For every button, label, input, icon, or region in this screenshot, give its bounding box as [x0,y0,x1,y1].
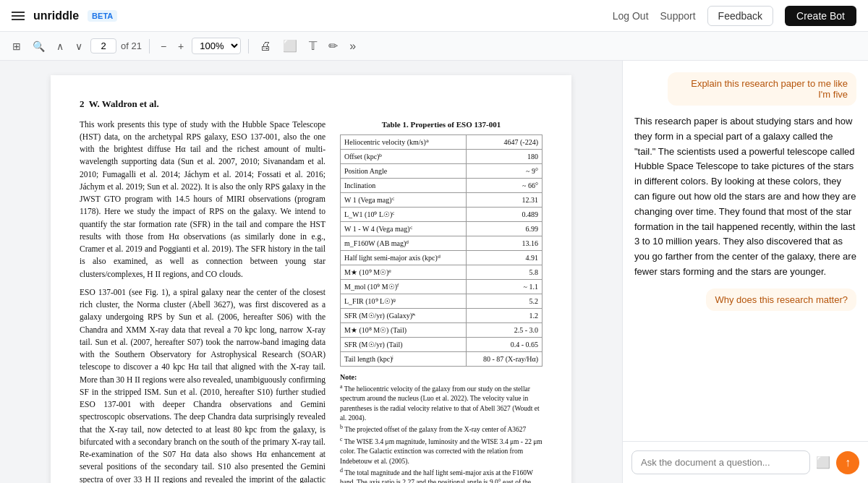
zoom-out-button[interactable]: − [157,38,170,54]
next-page-button[interactable]: ∨ [72,38,86,54]
pdf-panel: 2 W. Waldron et al. Table 1. Properties … [0,61,622,483]
table-row: M_mol (10⁹ M☉)ᶠ~ 1.1 [341,280,542,294]
zoom-in-button[interactable]: + [174,38,187,54]
table-row: SFR (M☉/yr) (Galaxy)ʰ1.2 [341,309,542,323]
zoom-select[interactable]: 50% 75% 100% 125% 150% 200% [192,38,241,54]
more-options-icon[interactable]: » [346,38,359,55]
text-select-icon[interactable]: 𝕋 [305,37,320,55]
properties-table-container: Table 1. Properties of ESO 137-001 Helio… [340,119,542,484]
table-row: Inclination~ 66° [341,179,542,193]
main-content: 2 W. Waldron et al. Table 1. Properties … [0,61,868,483]
table-row: Half light semi-major axis (kpc)ᵈ4.91 [341,251,542,265]
table-row: W 1 - W 4 (Vega mag)ᶜ6.99 [341,222,542,236]
chat-send-button[interactable]: ↑ [836,451,859,474]
table-row: L_FIR (10⁹ L☉)ᵍ5.2 [341,294,542,309]
support-link[interactable]: Support [660,10,696,22]
prev-page-button[interactable]: ∧ [53,38,67,54]
create-bot-button[interactable]: Create Bot [785,6,856,26]
chat-input[interactable] [631,450,810,474]
table-note-item: a The heliocentric velocity of the galax… [340,382,542,423]
pdf-page: 2 W. Waldron et al. Table 1. Properties … [51,75,571,483]
pdf-toolbar: ⊞ 🔍 ∧ ∨ 2 of 21 − + 50% 75% 100% 125% 15… [0,32,868,61]
table-row: L_W1 (10⁹ L☉)ᶜ0.489 [341,208,542,222]
table-row: Position Angle~ 9° [341,164,542,179]
toolbar-separator [149,39,150,54]
table-row: SFR (M☉/yr) (Tail)0.4 - 0.65 [341,338,542,352]
table-note-item: d The total magnitude and the half light… [340,466,542,483]
chat-message-2: Why does this research matter? [706,288,856,311]
page-number-input[interactable]: 2 [90,38,116,54]
chat-input-icons: ⬜ [816,456,830,469]
beta-badge: BETA [88,10,117,22]
nav-left: unriddle BETA [12,9,117,22]
table-note-item: c The WISE 3.4 μm magnitude, luminosity … [340,435,542,466]
table-row: W 1 (Vega mag)ᶜ12.31 [341,193,542,208]
chat-message-0: Explain this research paper to me like I… [668,72,856,106]
thumbnail-toggle-button[interactable]: ⊞ [9,38,25,54]
table-title: Table 1. Properties of ESO 137-001 [340,119,542,131]
search-button[interactable]: 🔍 [29,38,48,54]
chat-input-area: ⬜ ↑ [623,441,868,483]
hamburger-menu[interactable] [12,12,25,20]
download-icon[interactable]: ⬜ [279,37,301,55]
logo: unriddle [33,9,79,22]
expand-icon[interactable]: ⬜ [816,456,830,469]
table-row: Heliocentric velocity (km/s)ᵃ4647 (-224) [341,135,542,150]
table-row: M★ (10⁹ M☉)ᵉ5.8 [341,265,542,280]
toolbar-left: ⊞ 🔍 ∧ ∨ 2 of 21 − + 50% 75% 100% 125% 15… [9,37,359,55]
table-row: M★ (10⁸ M☉) (Tail)2.5 - 3.0 [341,323,542,338]
table-row: Offset (kpc)ᵇ180 [341,150,542,164]
print-icon[interactable]: 🖨 [256,38,275,55]
annotate-icon[interactable]: ✏ [325,37,341,55]
table-row: m_F160W (AB mag)ᵈ13.16 [341,236,542,251]
table-note-item: b The projected offset of the galaxy fro… [340,423,542,435]
nav-right: Log Out Support Feedback Create Bot [613,6,856,26]
top-navigation: unriddle BETA Log Out Support Feedback C… [0,0,868,32]
properties-table: Heliocentric velocity (km/s)ᵃ4647 (-224)… [340,134,542,367]
page-total: of 21 [121,40,142,51]
section-heading: 2 W. Waldron et al. [80,97,542,111]
feedback-button[interactable]: Feedback [707,6,773,26]
table-row: Tail length (kpc)ⁱ80 - 87 (X-ray/Hα) [341,352,542,367]
toolbar-separator-2 [248,39,249,54]
chat-messages: Explain this research paper to me like I… [623,61,868,441]
chat-panel: Explain this research paper to me like I… [622,61,868,483]
note-title: Note: [340,372,542,382]
chat-message-1: This research paper is about studying st… [634,114,856,280]
logout-link[interactable]: Log Out [613,10,649,22]
table-notes: Note:a The heliocentric velocity of the … [340,372,542,483]
